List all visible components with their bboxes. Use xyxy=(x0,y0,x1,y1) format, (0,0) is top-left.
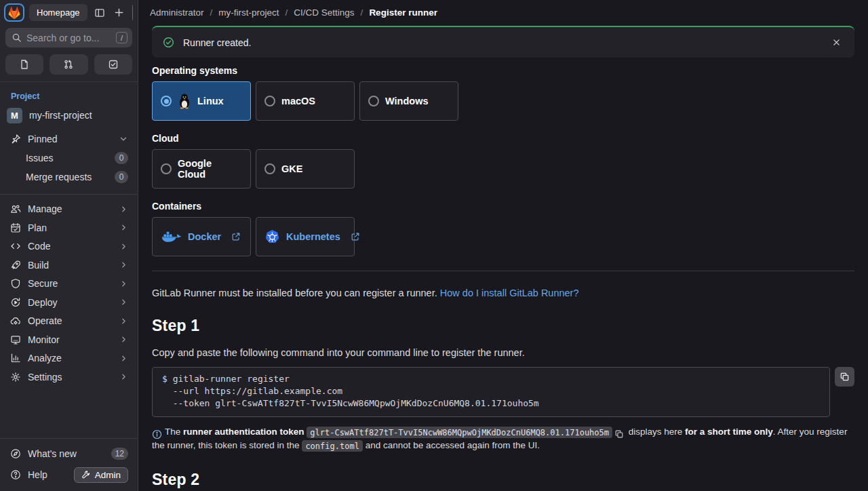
todo-shortcut-button[interactable] xyxy=(94,54,132,75)
nav-label: Plan xyxy=(28,222,113,233)
whats-new-item[interactable]: What's new 12 xyxy=(0,444,138,464)
copy-token-icon[interactable] xyxy=(614,429,624,439)
copy-icon xyxy=(840,372,850,382)
step2-title: Step 2 xyxy=(152,471,854,489)
sidebar-item-plan[interactable]: Plan xyxy=(0,218,138,237)
chevron-right-icon xyxy=(119,205,128,214)
cloud-label: Cloud xyxy=(152,133,854,144)
issues-shortcut-button[interactable] xyxy=(5,54,43,75)
panel-toggle-icon xyxy=(94,7,105,18)
radio-windows[interactable] xyxy=(368,96,379,106)
macos-label: macOS xyxy=(281,96,315,106)
nav-label: Monitor xyxy=(28,334,113,345)
sidebar-item-issues[interactable]: Issues 0 xyxy=(0,149,138,168)
whats-new-count-badge: 12 xyxy=(111,448,128,460)
note-text: displays here xyxy=(626,427,685,437)
container-card-kubernetes[interactable]: Kubernetes xyxy=(256,217,355,256)
slash-shortcut-key: / xyxy=(116,32,127,43)
nav-label: Manage xyxy=(28,203,113,214)
linux-tux-icon xyxy=(178,93,191,109)
os-card-macos[interactable]: macOS xyxy=(256,81,355,121)
sidebar-item-operate[interactable]: Operate xyxy=(0,312,138,331)
radio-linux[interactable] xyxy=(161,96,172,106)
sidebar-item-pinned[interactable]: Pinned xyxy=(0,130,138,149)
breadcrumb-cicd-settings[interactable]: CI/CD Settings xyxy=(294,7,354,18)
radio-google-cloud[interactable] xyxy=(161,163,172,174)
homepage-tooltip[interactable]: Homepage xyxy=(29,4,87,21)
wrench-icon xyxy=(81,470,91,479)
nav-label: Settings xyxy=(28,372,113,382)
help-item[interactable]: Help Admin xyxy=(0,464,138,486)
code-line: --token glrt-CswATtf827tT-TvvI5NcwW86MQp… xyxy=(162,397,820,410)
register-command-block: $ gitlab-runner register --url https://g… xyxy=(152,367,854,417)
chevron-right-icon xyxy=(119,317,128,326)
breadcrumb-project[interactable]: my-first-project xyxy=(218,7,279,18)
merge-requests-shortcut-button[interactable] xyxy=(50,54,87,75)
issue-document-icon xyxy=(19,59,30,70)
deploy-arrows-icon xyxy=(10,297,21,308)
nav-label: Analyze xyxy=(28,353,113,364)
note-text: and cannot be accessed again from the UI… xyxy=(363,440,540,450)
breadcrumb-current: Register runner xyxy=(369,7,437,18)
alert-message: Runner created. xyxy=(183,37,821,48)
information-icon xyxy=(152,429,162,439)
merge-request-icon xyxy=(63,59,74,70)
radio-macos[interactable] xyxy=(264,96,275,106)
chevron-right-icon xyxy=(119,279,128,288)
config-toml-chip: config.toml xyxy=(302,440,362,452)
sidebar-item-monitor[interactable]: Monitor xyxy=(0,330,138,349)
external-link-icon xyxy=(231,232,241,241)
sidebar-item-build[interactable]: Build xyxy=(0,256,138,275)
note-bold: for a short time only xyxy=(685,427,773,437)
breadcrumb-administrator[interactable]: Administrator xyxy=(150,7,204,18)
admin-button[interactable]: Admin xyxy=(74,467,128,483)
cloud-card-gke[interactable]: GKE xyxy=(256,149,355,189)
register-command-code[interactable]: $ gitlab-runner register --url https://g… xyxy=(152,367,830,417)
chevron-right-icon xyxy=(119,335,128,344)
sidebar-item-settings[interactable]: Settings xyxy=(0,368,138,387)
sidebar-toggle-button[interactable] xyxy=(92,5,107,20)
calendar-icon xyxy=(10,222,21,233)
docker-link[interactable]: Docker xyxy=(188,231,221,242)
check-circle-icon xyxy=(163,37,174,48)
nav-label: Code xyxy=(28,241,113,252)
os-card-windows[interactable]: Windows xyxy=(359,81,458,121)
radio-gke[interactable] xyxy=(264,163,275,174)
sidebar-item-analyze[interactable]: Analyze xyxy=(0,349,138,368)
external-link-icon xyxy=(351,232,360,241)
container-card-docker[interactable]: Docker xyxy=(152,217,251,256)
create-new-button[interactable] xyxy=(112,5,126,20)
install-runner-link[interactable]: How do I install GitLab Runner? xyxy=(440,288,579,298)
question-circle-icon xyxy=(10,469,21,480)
code-line: $ gitlab-runner register xyxy=(162,373,820,385)
chevron-right-icon xyxy=(119,260,128,269)
gitlab-tanuki-icon xyxy=(7,5,22,20)
code-brackets-icon xyxy=(10,241,21,252)
sidebar-item-deploy[interactable]: Deploy xyxy=(0,293,138,312)
chevron-down-icon xyxy=(119,134,128,144)
os-card-linux[interactable]: Linux xyxy=(152,81,251,121)
search-input[interactable]: Search or go to... / xyxy=(5,28,132,47)
chart-icon xyxy=(10,353,21,364)
windows-label: Windows xyxy=(385,96,429,106)
note-text: The xyxy=(165,427,183,437)
sidebar-shortcuts xyxy=(5,54,132,75)
chevron-right-icon xyxy=(119,242,128,251)
copy-command-button[interactable] xyxy=(835,367,854,387)
close-icon[interactable] xyxy=(829,35,844,50)
sidebar-item-project[interactable]: M my-first-project xyxy=(0,105,138,125)
chevron-right-icon xyxy=(119,223,128,232)
nav-label: Deploy xyxy=(28,297,113,308)
pinned-label: Pinned xyxy=(28,134,112,144)
linux-label: Linux xyxy=(197,96,224,106)
gitlab-logo-button[interactable] xyxy=(4,3,24,22)
sidebar-item-secure[interactable]: Secure xyxy=(0,275,138,294)
sidebar-divider xyxy=(0,194,138,195)
note-bold: runner authentication token xyxy=(183,427,304,437)
sidebar-item-code[interactable]: Code xyxy=(0,237,138,256)
sidebar-item-merge-requests[interactable]: Merge requests 0 xyxy=(0,168,138,187)
cloud-card-google-cloud[interactable]: Google Cloud xyxy=(152,149,251,189)
step1-description: Copy and paste the following command int… xyxy=(152,347,854,358)
kubernetes-link[interactable]: Kubernetes xyxy=(286,231,340,242)
sidebar-item-manage[interactable]: Manage xyxy=(0,200,138,219)
